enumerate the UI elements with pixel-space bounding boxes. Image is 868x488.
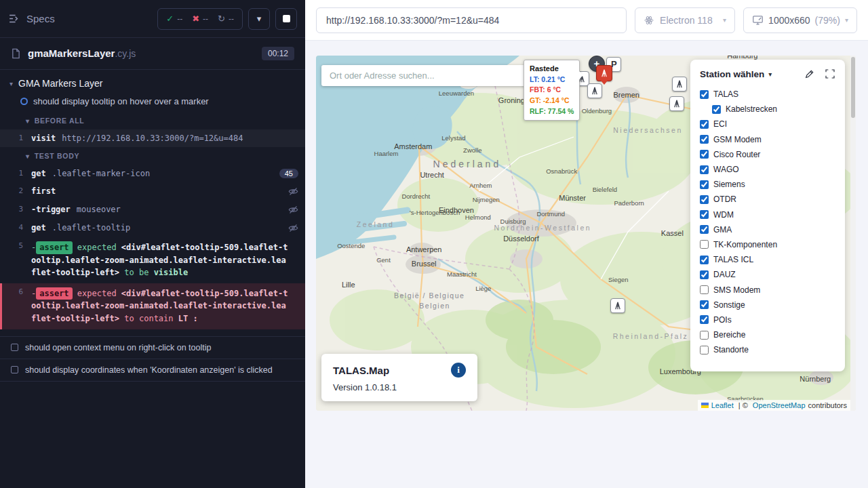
station-filter-checkbox[interactable]: [700, 300, 709, 309]
station-filter-checkbox[interactable]: [700, 331, 709, 340]
station-filter-item[interactable]: ECI: [700, 117, 835, 131]
stat-passed: ✓ --: [166, 14, 182, 24]
station-filter-checkbox[interactable]: [712, 105, 721, 114]
station-filter-label: OTDR: [713, 195, 736, 204]
alarm-marker[interactable]: [596, 65, 612, 81]
viewport-control[interactable]: 1000x660 (79%) ▾: [743, 7, 857, 33]
station-filter-checkbox[interactable]: [700, 90, 709, 99]
scrollbar-thumb[interactable]: [851, 57, 855, 118]
reload-icon: ↻: [218, 14, 225, 24]
command-row-trigger[interactable]: 3 -trigger mouseover: [0, 201, 305, 219]
station-filter-item[interactable]: Standorte: [700, 342, 835, 357]
station-filter-checkbox[interactable]: [700, 346, 709, 354]
station-filter-item[interactable]: Bereiche: [700, 327, 835, 342]
station-filter-item[interactable]: TALAS ICL: [700, 252, 835, 267]
station-marker[interactable]: [610, 298, 625, 313]
command-row-get-tooltip[interactable]: 4 get .leaflet-tooltip: [0, 219, 305, 237]
command-row-assert-contain[interactable]: 6 -assert expected <div#leaflet-tooltip-…: [0, 283, 305, 329]
station-filter-item[interactable]: Kabelstrecken: [712, 102, 835, 117]
test-pending-icon: [11, 366, 18, 373]
station-filter-checkbox[interactable]: [700, 195, 709, 204]
station-filter-checkbox[interactable]: [700, 180, 709, 189]
station-marker[interactable]: [672, 77, 687, 92]
station-filter-item[interactable]: GMA: [700, 222, 835, 237]
chevron-down-icon: ▾: [257, 14, 262, 24]
command-row-assert-visible[interactable]: 5 -assert expected <div#leaflet-tooltip-…: [0, 237, 305, 283]
station-filter-checkbox[interactable]: [700, 135, 709, 144]
command-row-first[interactable]: 2 first: [0, 182, 305, 201]
station-filter-checkbox[interactable]: [700, 240, 709, 249]
station-filter-checkbox[interactable]: [700, 225, 709, 234]
tooltip-rows: LT: 0.21 °CFBT: 6 °CGT: -2.14 °CRLF: 77.…: [530, 75, 574, 117]
station-marker[interactable]: [587, 83, 602, 98]
pending-tests: should open context menu on right-click …: [0, 336, 305, 382]
active-test-title: should display tooltip on hover over a m…: [33, 96, 209, 106]
station-filter-label: SMS Modem: [713, 285, 760, 295]
assert-badge: assert: [36, 241, 72, 254]
station-filter-item[interactable]: Sonstige: [700, 298, 835, 312]
station-select-dropdown[interactable]: Station wählen: [700, 69, 764, 79]
osm-link[interactable]: OpenStreetMap: [753, 401, 806, 409]
edit-pencil-icon[interactable]: [804, 68, 815, 79]
info-icon[interactable]: i: [451, 363, 466, 378]
test-pending-icon: [11, 344, 18, 351]
station-filter-checkbox[interactable]: [700, 270, 709, 279]
station-filter-label: TALAS ICL: [713, 255, 753, 264]
viewport-size: 1000x660: [768, 15, 810, 26]
station-marker[interactable]: [669, 96, 684, 111]
station-filter-label: GSM Modem: [713, 135, 762, 144]
station-filter-item[interactable]: Cisco Router: [700, 147, 835, 162]
panel-header: Station wählen ▾: [690, 60, 845, 85]
leaflet-link[interactable]: Leaflet: [711, 401, 734, 409]
station-filter-item[interactable]: SMS Modem: [700, 282, 835, 297]
specs-menu-icon[interactable]: [8, 13, 20, 24]
station-filter-item[interactable]: WAGO: [700, 162, 835, 177]
command-row-visit[interactable]: 1 visit http://192.168.10.33:3000/?m=12&…: [0, 129, 305, 147]
station-filter-label: Kabelstrecken: [726, 104, 777, 114]
marker-tooltip: Rastede LT: 0.21 °CFBT: 6 °CGT: -2.14 °C…: [524, 60, 580, 121]
station-filter-checkbox[interactable]: [700, 165, 709, 174]
specs-label: Specs: [26, 13, 55, 24]
hidden-eye-icon: [288, 186, 298, 197]
station-filter-item[interactable]: OTDR: [700, 192, 835, 207]
before-all-header[interactable]: ▾ BEFORE ALL: [0, 112, 305, 129]
stat-pending: ↻ --: [218, 14, 234, 24]
collapse-button[interactable]: ▾: [248, 8, 270, 30]
section-caret-icon: ▾: [26, 152, 30, 160]
chevron-down-icon: ▾: [723, 16, 726, 24]
search-input[interactable]: [328, 70, 521, 81]
station-filter-item[interactable]: POIs: [700, 312, 835, 327]
station-filter-checkbox[interactable]: [700, 210, 709, 219]
assert-badge: assert: [36, 287, 72, 300]
command-row-get-markers[interactable]: 1 get .leaflet-marker-icon 45: [0, 165, 305, 182]
suite-header[interactable]: ▾ GMA Markers Layer: [0, 70, 305, 93]
station-filter-label: Cisco Router: [713, 150, 760, 159]
browser-select[interactable]: Electron 118 ▾: [635, 7, 735, 33]
station-filter-item[interactable]: TK-Komponenten: [700, 237, 835, 252]
test-item[interactable]: should display coordinates when 'Koordin…: [0, 359, 305, 382]
station-filter-item[interactable]: DAUZ: [700, 267, 835, 282]
stop-button[interactable]: [275, 8, 297, 30]
station-filter-checkbox[interactable]: [700, 120, 709, 129]
station-filter-label: Siemens: [713, 180, 745, 189]
station-layer-panel: Station wählen ▾ TALASKabelstreckenECIGS…: [690, 60, 845, 371]
station-filter-item[interactable]: WDM: [700, 207, 835, 222]
test-item[interactable]: should open context menu on right-click …: [0, 337, 305, 359]
station-filter-checkbox[interactable]: [700, 256, 709, 264]
station-filter-item[interactable]: TALAS: [700, 87, 835, 102]
test-body-header[interactable]: ▾ TEST BODY: [0, 147, 305, 165]
station-filter-checkbox[interactable]: [700, 150, 709, 159]
url-input[interactable]: [316, 7, 627, 33]
leaflet-map[interactable]: HamburgLeeuwardenGroningenOldenburgBreme…: [316, 56, 856, 411]
station-filter-label: Sonstige: [713, 300, 745, 310]
active-test[interactable]: should display tooltip on hover over a m…: [0, 93, 305, 112]
fullscreen-icon[interactable]: [825, 68, 835, 79]
station-filter-item[interactable]: Siemens: [700, 177, 835, 192]
app-version-overlay: TALAS.Map i Version 1.0.18.1: [321, 354, 477, 401]
station-filter-checkbox[interactable]: [700, 315, 709, 324]
station-filter-item[interactable]: GSM Modem: [700, 132, 835, 147]
station-filter-checkbox[interactable]: [700, 285, 709, 294]
geosearch-control: [321, 65, 528, 86]
spec-file-icon: [11, 48, 21, 59]
station-filter-label: ECI: [713, 119, 727, 129]
